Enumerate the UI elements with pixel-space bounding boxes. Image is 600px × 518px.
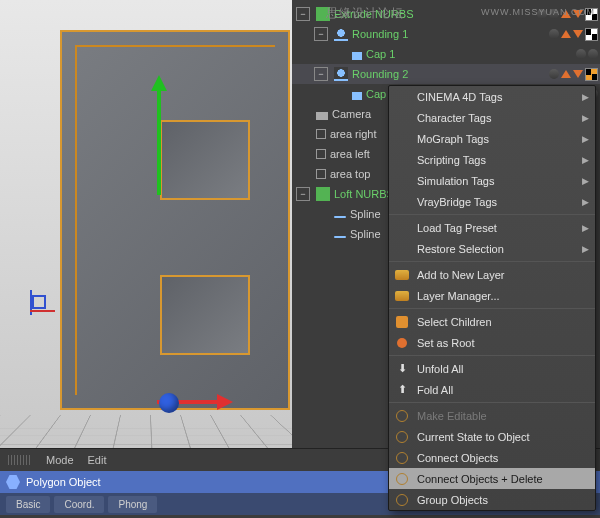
object-label: Spline (350, 228, 381, 240)
menu-select-children[interactable]: Select Children (389, 311, 595, 332)
grip-icon[interactable] (8, 455, 32, 465)
expander-icon[interactable]: − (296, 187, 310, 201)
area-light-icon (316, 149, 326, 159)
layer-icon (395, 270, 409, 280)
menu-mograph-tags[interactable]: MoGraph Tags▶ (389, 128, 595, 149)
rounding-icon (334, 67, 348, 81)
state-icon (396, 431, 408, 443)
menu-set-as-root[interactable]: Set as Root (389, 332, 595, 353)
edit-menu[interactable]: Edit (88, 454, 107, 466)
menu-separator (389, 355, 595, 356)
root-icon (397, 338, 407, 348)
connect-delete-icon (396, 473, 408, 485)
spline-icon (334, 216, 346, 218)
menu-restore-selection[interactable]: Restore Selection▶ (389, 238, 595, 259)
viewport-3d[interactable] (0, 0, 292, 448)
menu-fold-all[interactable]: ⬆Fold All (389, 379, 595, 400)
watermark-url: WWW.MISSYUAN.COM (481, 7, 595, 17)
select-children-icon (396, 316, 408, 328)
menu-group-objects[interactable]: Group Objects (389, 489, 595, 510)
group-icon (396, 494, 408, 506)
menu-separator (389, 308, 595, 309)
object-label: Camera (332, 108, 371, 120)
object-label: area left (330, 148, 370, 160)
gizmo-y-axis[interactable] (157, 85, 161, 195)
connect-icon (396, 452, 408, 464)
menu-separator (389, 261, 595, 262)
menu-unfold-all[interactable]: ⬇Unfold All (389, 358, 595, 379)
cap-icon (352, 92, 362, 100)
object-label: Cap 1 (366, 48, 395, 60)
gizmo-z-origin[interactable] (159, 393, 179, 413)
menu-vraybridge-tags[interactable]: VrayBridge Tags▶ (389, 191, 595, 212)
menu-cinema4d-tags[interactable]: CINEMA 4D Tags▶ (389, 86, 595, 107)
letter-b-mesh (60, 30, 290, 410)
menu-simulation-tags[interactable]: Simulation Tags▶ (389, 170, 595, 191)
object-label: Rounding 1 (352, 28, 408, 40)
menu-connect-objects[interactable]: Connect Objects (389, 447, 595, 468)
menu-scripting-tags[interactable]: Scripting Tags▶ (389, 149, 595, 170)
expander-icon[interactable]: − (296, 7, 310, 21)
context-menu[interactable]: CINEMA 4D Tags▶ Character Tags▶ MoGraph … (388, 85, 596, 511)
object-type-label: Polygon Object (26, 476, 101, 488)
menu-layer-manager[interactable]: Layer Manager... (389, 285, 595, 306)
menu-separator (389, 214, 595, 215)
menu-make-editable: Make Editable (389, 405, 595, 426)
spline-icon (334, 236, 346, 238)
menu-current-state-to-object[interactable]: Current State to Object (389, 426, 595, 447)
expander-icon[interactable]: − (314, 67, 328, 81)
loft-icon (316, 187, 330, 201)
object-label: Spline (350, 208, 381, 220)
object-label: Rounding 2 (352, 68, 408, 80)
expander-icon[interactable]: − (314, 27, 328, 41)
fold-icon: ⬆ (393, 382, 411, 398)
object-label: area right (330, 128, 376, 140)
menu-label: CINEMA 4D Tags (417, 91, 502, 103)
object-label: Loft NURBS (334, 188, 394, 200)
menu-connect-objects-delete[interactable]: Connect Objects + Delete (389, 468, 595, 489)
object-label: area top (330, 168, 370, 180)
menu-separator (389, 402, 595, 403)
menu-add-to-new-layer[interactable]: Add to New Layer (389, 264, 595, 285)
tab-basic[interactable]: Basic (6, 496, 50, 513)
camera-icon (316, 112, 328, 120)
area-light-icon (316, 129, 326, 139)
make-editable-icon (396, 410, 408, 422)
menu-character-tags[interactable]: Character Tags▶ (389, 107, 595, 128)
menu-load-tag-preset[interactable]: Load Tag Preset▶ (389, 217, 595, 238)
submenu-arrow-icon: ▶ (582, 92, 589, 102)
layer-manager-icon (395, 291, 409, 301)
tab-phong[interactable]: Phong (108, 496, 157, 513)
rounding-icon (334, 27, 348, 41)
mode-menu[interactable]: Mode (46, 454, 74, 466)
unfold-icon: ⬇ (393, 361, 411, 377)
cap-icon (352, 52, 362, 60)
tab-coord[interactable]: Coord. (54, 496, 104, 513)
area-light-icon (316, 169, 326, 179)
watermark-text: 思缘设计论坛 (326, 5, 404, 22)
polygon-icon (6, 475, 20, 489)
